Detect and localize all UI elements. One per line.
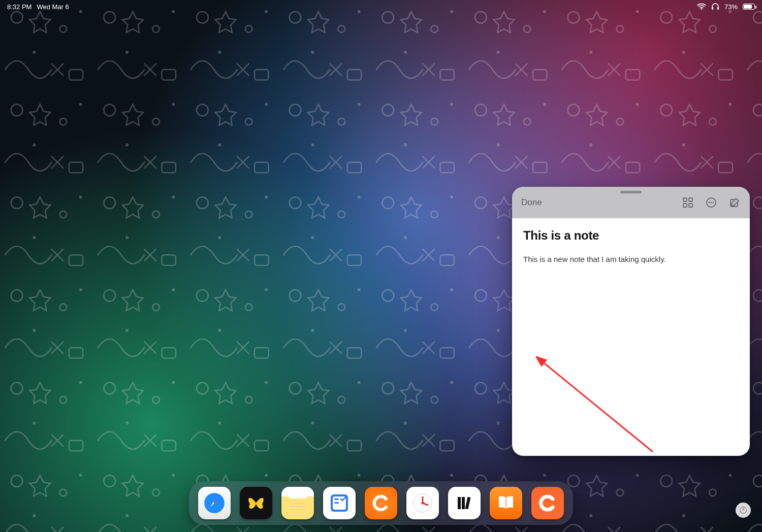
dock-app-tasks[interactable] (323, 487, 356, 519)
dock-app-books[interactable] (490, 487, 522, 519)
dock-app-butterfly[interactable] (240, 487, 272, 519)
dock-app-library[interactable] (448, 487, 481, 519)
svg-rect-31 (689, 198, 692, 202)
status-bar: 8:32 PM Wed Mar 6 73% (0, 0, 762, 13)
dock-app-clock[interactable] (406, 487, 439, 519)
svg-rect-13 (289, 494, 306, 498)
wifi-icon (697, 3, 706, 10)
dock (189, 481, 573, 525)
drag-handle[interactable] (620, 191, 642, 193)
svg-rect-20 (334, 498, 339, 500)
svg-rect-21 (334, 502, 339, 504)
note-title[interactable]: This is a note (523, 228, 739, 243)
dock-app-safari[interactable] (198, 487, 231, 519)
status-date: Wed Mar 6 (37, 3, 69, 11)
grid-view-icon[interactable] (682, 196, 694, 209)
svg-rect-33 (689, 204, 692, 207)
svg-rect-27 (462, 497, 465, 509)
svg-rect-7 (712, 7, 713, 10)
svg-rect-28 (465, 497, 471, 510)
svg-point-36 (711, 202, 712, 204)
svg-rect-26 (458, 497, 461, 509)
quick-note-toolbar: Done (512, 187, 750, 218)
svg-point-37 (713, 202, 714, 204)
pencil-hover-indicator[interactable] (736, 503, 751, 518)
dock-app-orange-c[interactable] (365, 487, 397, 519)
quick-note-panel[interactable]: Done This is a note This is a new note t… (512, 187, 750, 456)
more-options-icon[interactable] (705, 196, 717, 209)
svg-rect-8 (717, 7, 719, 10)
headphones-icon (711, 3, 719, 10)
done-button[interactable]: Done (521, 197, 542, 208)
compose-icon[interactable] (728, 196, 741, 209)
dock-app-orange-c2[interactable] (531, 487, 564, 519)
battery-percent: 73% (724, 3, 738, 11)
svg-rect-32 (683, 204, 687, 207)
dock-app-notes[interactable] (281, 487, 314, 519)
status-time: 8:32 PM (7, 3, 31, 11)
svg-point-35 (709, 202, 710, 204)
note-text[interactable]: This is a new note that I am taking quic… (523, 254, 739, 264)
svg-rect-30 (683, 198, 687, 202)
battery-icon (743, 4, 755, 10)
svg-point-6 (701, 9, 703, 10)
svg-point-25 (422, 502, 424, 505)
quick-note-body[interactable]: This is a note This is a new note that I… (512, 218, 750, 456)
